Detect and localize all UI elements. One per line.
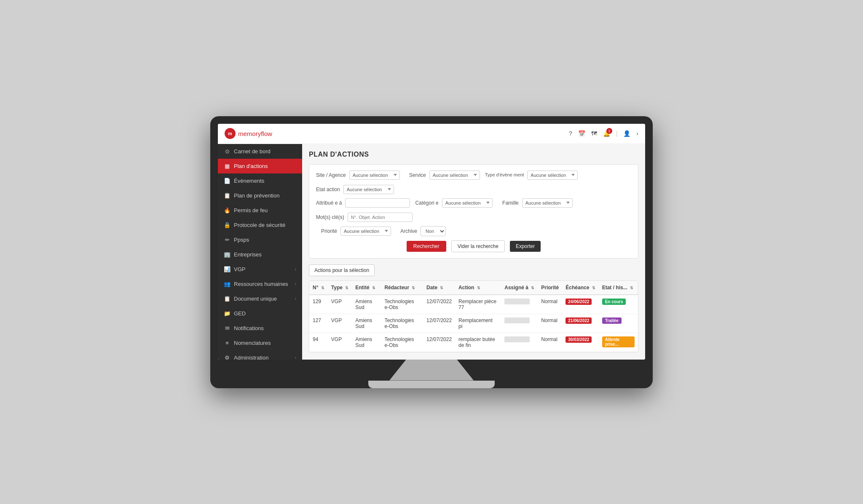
cell-num-0: 129 <box>309 295 328 314</box>
filter-site-group: Site / Agence Aucune sélection <box>316 171 400 180</box>
ressources-arrow: › <box>295 282 296 286</box>
col-assigne[interactable]: Assigné à ⇅ <box>501 281 538 295</box>
table-row[interactable]: 94 VGP Amiens Sud Technologies e-Obs 12/… <box>309 333 638 352</box>
sidebar-item-protocole[interactable]: 🔒 Protocole de sécurité <box>218 218 302 232</box>
user-icon[interactable]: 👤 <box>623 130 630 137</box>
table-row[interactable]: 127 VGP Amiens Sud Technologies e-Obs 12… <box>309 314 638 333</box>
sidebar-item-vgp[interactable]: 📊 VGP › <box>218 262 302 277</box>
sidebar-label-document-unique: Document unique <box>234 296 292 302</box>
col-entite[interactable]: Entité ⇅ <box>352 281 381 295</box>
sort-redacteur-icon: ⇅ <box>412 286 415 290</box>
sidebar-item-document-unique[interactable]: 📋 Document unique › <box>218 291 302 306</box>
sidebar-label-ressources: Ressources humaines <box>234 281 292 287</box>
bell-icon[interactable]: 🔔 1 <box>603 130 610 137</box>
sidebar-item-plan-dactions[interactable]: ▦ Plan d'actions <box>218 159 302 173</box>
cell-type-1: VGP <box>328 314 352 333</box>
filter-priorite-group: Priorité Aucune sélection <box>316 227 391 236</box>
filter-etat-group: Etat action Aucune sélection <box>316 185 394 194</box>
ppsps-icon: ✏ <box>224 237 230 243</box>
filter-service-group: Service Aucune sélection <box>405 171 480 180</box>
site-label: Site / Agence <box>316 172 346 178</box>
famille-select[interactable]: Aucune sélection <box>522 198 573 208</box>
col-date[interactable]: Date ⇅ <box>423 281 455 295</box>
filter-archive-group: Archive Non Oui Tous <box>396 226 446 236</box>
permis-icon: 🔥 <box>224 207 230 213</box>
sidebar-item-plan-prevention[interactable]: 📋 Plan de prévention <box>218 188 302 203</box>
monitor-base <box>368 381 495 388</box>
cell-action-0: Remplacer pièce 77 <box>455 295 501 314</box>
type-select[interactable]: Aucune sélection <box>527 171 578 180</box>
sidebar-item-ressources[interactable]: 👥 Ressources humaines › <box>218 277 302 291</box>
sidebar-label-plan-prevention: Plan de prévention <box>234 192 296 199</box>
sort-entite-icon: ⇅ <box>372 286 375 290</box>
sidebar-item-nomenclatures[interactable]: ≡ Nomenclatures <box>218 336 302 350</box>
sort-assigne-icon: ⇅ <box>531 286 534 290</box>
attribue-input[interactable] <box>345 198 410 208</box>
mots-input[interactable] <box>348 213 413 222</box>
monitor: m memoryflow ? 📅 🗺 🔔 1 | 👤 <box>210 116 653 388</box>
col-redacteur[interactable]: Rédacteur ⇅ <box>381 281 423 295</box>
sidebar-label-protocole: Protocole de sécurité <box>234 222 296 228</box>
expand-icon[interactable]: › <box>636 130 638 137</box>
sort-date-icon: ⇅ <box>440 286 443 290</box>
sidebar-item-notifications[interactable]: ✉ Notifications <box>218 321 302 336</box>
sidebar-label-carnet-de-bord: Carnet de bord <box>234 148 296 155</box>
sort-type-icon: ⇅ <box>345 286 348 290</box>
categorie-select[interactable]: Aucune sélection <box>442 198 493 208</box>
cell-entite-0: Amiens Sud <box>352 295 381 314</box>
sidebar-item-administration[interactable]: ⚙ Administration › <box>218 350 302 360</box>
clear-button[interactable]: Vider la recherche <box>451 240 505 252</box>
col-type[interactable]: Type ⇅ <box>328 281 352 295</box>
col-action[interactable]: Action ⇅ <box>455 281 501 295</box>
export-button[interactable]: Exporter <box>510 241 541 252</box>
sidebar-item-ged[interactable]: 📁 GED <box>218 306 302 321</box>
vgp-arrow: › <box>295 267 296 272</box>
sidebar-label-entreprises: Entreprises <box>234 251 296 258</box>
cell-type-2: VGP <box>328 333 352 352</box>
sidebar-item-ppsps[interactable]: ✏ Ppsps <box>218 232 302 247</box>
calendar-icon[interactable]: 📅 <box>578 130 585 137</box>
entreprises-icon: 🏢 <box>224 251 230 258</box>
table-row[interactable]: 129 VGP Amiens Sud Technologies e-Obs 12… <box>309 295 638 314</box>
etat-select[interactable]: Aucune sélection <box>343 185 394 194</box>
site-select[interactable]: Aucune sélection <box>349 171 400 180</box>
cell-echeance-2: 30/03/2022 <box>562 333 598 352</box>
col-priorite: Priorité <box>538 281 562 295</box>
topbar-divider: | <box>616 130 618 137</box>
cell-priorite-1: Normal <box>538 314 562 333</box>
ged-icon: 📁 <box>224 310 230 317</box>
sidebar-label-permis-de-feu: Permis de feu <box>234 207 296 213</box>
topbar-right: ? 📅 🗺 🔔 1 | 👤 › <box>569 130 638 137</box>
map-icon[interactable]: 🗺 <box>591 130 597 137</box>
help-icon[interactable]: ? <box>569 130 572 137</box>
mots-label: Mot(s) clé(s) <box>316 214 344 220</box>
cell-redacteur-0: Technologies e-Obs <box>381 295 423 314</box>
cell-priorite-0: Normal <box>538 295 562 314</box>
sidebar-item-carnet-de-bord[interactable]: ⊙ Carnet de bord <box>218 144 302 159</box>
attribue-label: Attribué e à <box>316 200 342 206</box>
col-echeance[interactable]: Échéance ⇅ <box>562 281 598 295</box>
sort-echeance-icon: ⇅ <box>592 286 595 290</box>
sidebar-item-permis-de-feu[interactable]: 🔥 Permis de feu <box>218 203 302 218</box>
etat-label: Etat action <box>316 187 340 192</box>
col-num[interactable]: N° ⇅ <box>309 281 328 295</box>
filter-panel: Site / Agence Aucune sélection Service A… <box>309 164 638 259</box>
actions-selection-button[interactable]: Actions pour la sélection <box>309 264 375 276</box>
cell-action-1: Remplacement pi <box>455 314 501 333</box>
priorite-select[interactable]: Aucune sélection <box>340 227 391 236</box>
sidebar-item-evenements[interactable]: 📄 Évènements <box>218 173 302 188</box>
archive-select[interactable]: Non Oui Tous <box>421 226 446 236</box>
main-content: PLAN D'ACTIONS Site / Agence Aucune séle… <box>302 144 645 360</box>
sidebar-label-notifications: Notifications <box>234 325 296 331</box>
actions-bar: Actions pour la sélection <box>309 264 638 276</box>
cell-assigne-1 <box>501 314 538 333</box>
sidebar-label-nomenclatures: Nomenclatures <box>234 340 296 346</box>
search-button[interactable]: Rechercher <box>407 241 446 252</box>
service-select[interactable]: Aucune sélection <box>429 171 480 180</box>
carnet-icon: ⊙ <box>224 148 230 155</box>
body-layout: ⊙ Carnet de bord ▦ Plan d'actions 📄 Évèn… <box>218 144 645 360</box>
sidebar-item-entreprises[interactable]: 🏢 Entreprises <box>218 247 302 262</box>
logo-icon: m <box>225 128 236 139</box>
cell-date-2: 12/07/2022 <box>423 333 455 352</box>
col-etat[interactable]: Etat / his... ⇅ <box>599 281 638 295</box>
